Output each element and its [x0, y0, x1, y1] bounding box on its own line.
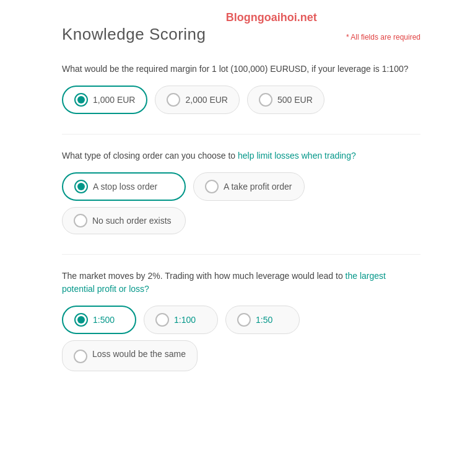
option-q3-a[interactable]: 1:500: [62, 306, 136, 334]
radio-q1-a: [74, 93, 88, 107]
radio-q1-b: [167, 93, 180, 107]
option-q3-c[interactable]: 1:50: [225, 306, 300, 334]
option-q1-a[interactable]: 1,000 EUR: [62, 86, 147, 114]
option-q2-a-label: A stop loss order: [93, 182, 157, 192]
option-q2-c-label: No such order exists: [92, 216, 172, 226]
option-q3-b[interactable]: 1:100: [144, 306, 218, 334]
radio-q3-c: [237, 313, 251, 327]
question-1-text: What would be the required margin for 1 …: [62, 63, 420, 76]
question-2-text: What type of closing order can you choos…: [62, 149, 420, 162]
question-3-options-row2: Loss would be the same: [62, 340, 420, 371]
option-q1-c[interactable]: 500 EUR: [247, 86, 324, 114]
question-2-options-row1: A stop loss order A take profit order: [62, 172, 420, 201]
option-q2-b-label: A take profit order: [224, 182, 292, 192]
question-3: The market moves by 2%. Trading with how…: [62, 270, 420, 371]
radio-q2-c: [74, 214, 87, 227]
watermark: Blogngoaihoi.net: [226, 11, 317, 24]
question-3-options-row1: 1:500 1:100 1:50: [62, 306, 420, 334]
page-title: Knowledge Scoring: [62, 25, 206, 44]
question-2: What type of closing order can you choos…: [62, 149, 420, 234]
option-q1-b-label: 2,000 EUR: [185, 95, 227, 105]
option-q3-c-label: 1:50: [256, 315, 272, 325]
option-q3-d-label: Loss would be the same: [92, 348, 186, 361]
radio-q3-d: [74, 350, 87, 363]
option-q2-c[interactable]: No such order exists: [62, 207, 186, 234]
radio-q1-c: [259, 93, 272, 107]
option-q3-b-label: 1:100: [174, 315, 196, 325]
option-q3-d[interactable]: Loss would be the same: [62, 340, 198, 371]
radio-q2-b: [205, 180, 219, 193]
question-3-text: The market moves by 2%. Trading with how…: [62, 270, 420, 296]
radio-q2-a: [74, 180, 88, 193]
option-q1-c-label: 500 EUR: [277, 95, 313, 105]
radio-q3-a: [74, 313, 88, 327]
radio-q3-b: [155, 313, 169, 327]
option-q2-a[interactable]: A stop loss order: [62, 172, 186, 201]
option-q2-b[interactable]: A take profit order: [193, 172, 305, 201]
option-q1-a-label: 1,000 EUR: [93, 95, 135, 105]
question-1: What would be the required margin for 1 …: [62, 63, 420, 114]
option-q1-b[interactable]: 2,000 EUR: [155, 86, 239, 114]
option-q3-a-label: 1:500: [93, 315, 115, 325]
question-1-options: 1,000 EUR 2,000 EUR 500 EUR: [62, 86, 420, 114]
question-2-options-row2: No such order exists: [62, 207, 420, 234]
required-note: * All fields are required: [346, 33, 420, 42]
